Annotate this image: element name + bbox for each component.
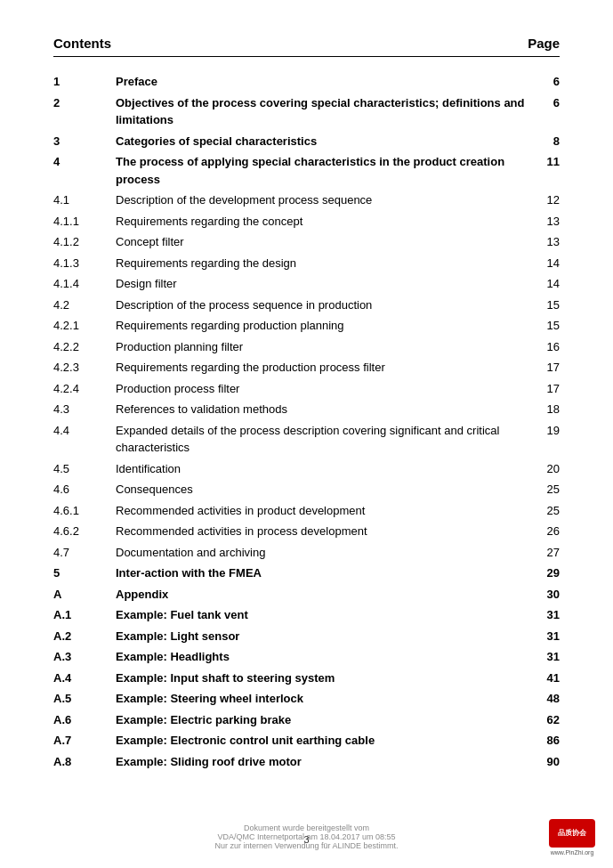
toc-num: 1 — [53, 71, 116, 93]
toc-title: Example: Sliding roof drive motor — [116, 751, 533, 773]
toc-row: 4.1.2Concept filter13 — [53, 231, 560, 253]
toc-page: 48 — [533, 688, 560, 710]
toc-page: 15 — [533, 315, 560, 337]
toc-page: 27 — [533, 542, 560, 564]
toc-row: 4.4Expanded details of the process descr… — [53, 420, 560, 458]
toc-page: 11 — [533, 151, 560, 190]
toc-page: 17 — [533, 378, 560, 400]
toc-title: Example: Electric parking brake — [116, 710, 533, 731]
toc-num: 4.3 — [53, 399, 116, 420]
toc-title: Example: Electronic control unit earthin… — [116, 730, 533, 751]
toc-num: A.3 — [53, 646, 116, 668]
toc-title: Example: Headlights — [116, 646, 533, 668]
toc-num: 4.6.1 — [53, 500, 116, 522]
logo-url: www.PinZhi.org — [551, 849, 594, 856]
contents-label: Contents — [53, 36, 111, 51]
toc-page: 41 — [533, 668, 560, 689]
toc-page: 62 — [533, 710, 560, 731]
toc-page: 29 — [533, 563, 560, 584]
toc-page: 8 — [533, 131, 560, 152]
toc-num: 4.2 — [53, 295, 116, 316]
footer-logo: 品质协会 www.PinZhi.org — [549, 819, 595, 856]
toc-row: 5Inter-action with the FMEA29 — [53, 563, 560, 584]
page: Contents Page 1Preface62Objectives of th… — [0, 0, 613, 868]
toc-num: 4.2.1 — [53, 315, 116, 337]
toc-page: 25 — [533, 500, 560, 522]
toc-title: Recommended activities in process develo… — [116, 521, 533, 542]
toc-title: Description of the development process s… — [116, 190, 533, 211]
toc-row: 4.5Identification20 — [53, 458, 560, 480]
toc-num: A.1 — [53, 604, 116, 626]
toc-page: 15 — [533, 295, 560, 316]
toc-num: 2 — [53, 93, 116, 131]
toc-row: 4.1.1Requirements regarding the concept1… — [53, 211, 560, 232]
logo-box: 品质协会 — [549, 819, 595, 848]
toc-row: A.6Example: Electric parking brake62 — [53, 710, 560, 731]
toc-row: 4.1.4Design filter14 — [53, 273, 560, 295]
toc-title: Example: Steering wheel interlock — [116, 688, 533, 710]
toc-num: A.6 — [53, 710, 116, 731]
toc-row: 4.7Documentation and archiving27 — [53, 542, 560, 564]
toc-page: 12 — [533, 190, 560, 211]
toc-page: 25 — [533, 479, 560, 500]
toc-page: 31 — [533, 604, 560, 626]
toc-title: Documentation and archiving — [116, 542, 533, 564]
toc-title: Requirements regarding the production pr… — [116, 357, 533, 378]
toc-num: A — [53, 584, 116, 605]
logo-text-line1: 品质协会 — [558, 829, 586, 838]
toc-num: 4.1.1 — [53, 211, 116, 232]
toc-row: 2Objectives of the process covering spec… — [53, 93, 560, 131]
toc-row: 1Preface6 — [53, 71, 560, 93]
toc-page: 31 — [533, 626, 560, 647]
toc-page: 31 — [533, 646, 560, 668]
toc-row: 4.2Description of the process sequence i… — [53, 295, 560, 316]
toc-title: Appendix — [116, 584, 533, 605]
toc-title: Recommended activities in product develo… — [116, 500, 533, 522]
toc-row: 4.1.3Requirements regarding the design14 — [53, 253, 560, 274]
toc-title: References to validation methods — [116, 399, 533, 420]
toc-row: A.8Example: Sliding roof drive motor90 — [53, 751, 560, 773]
toc-num: 4.6 — [53, 479, 116, 500]
toc-row: 4The process of applying special charact… — [53, 151, 560, 190]
toc-row: 4.2.2Production planning filter16 — [53, 337, 560, 358]
toc-num: A.5 — [53, 688, 116, 710]
toc-page: 13 — [533, 231, 560, 253]
toc-title: Production process filter — [116, 378, 533, 400]
toc-title: Requirements regarding the design — [116, 253, 533, 274]
toc-row: A.2Example: Light sensor31 — [53, 626, 560, 647]
toc-num: A.4 — [53, 668, 116, 689]
toc-row: 4.2.3Requirements regarding the producti… — [53, 357, 560, 378]
toc-title: Preface — [116, 71, 533, 93]
toc-page: 6 — [533, 93, 560, 131]
toc-num: A.7 — [53, 730, 116, 751]
toc-num: 4.1.3 — [53, 253, 116, 274]
toc-row: 4.6.1Recommended activities in product d… — [53, 500, 560, 522]
toc-row: 4.6Consequences25 — [53, 479, 560, 500]
toc-num: 4.2.4 — [53, 378, 116, 400]
toc-num: 3 — [53, 131, 116, 152]
toc-num: 5 — [53, 563, 116, 584]
toc-page: 30 — [533, 584, 560, 605]
toc-row: 3Categories of special characteristics8 — [53, 131, 560, 152]
toc-row: 4.2.1Requirements regarding production p… — [53, 315, 560, 337]
toc-page: 90 — [533, 751, 560, 773]
toc-page: 14 — [533, 273, 560, 295]
toc-row: AAppendix30 — [53, 584, 560, 605]
toc-title: Requirements regarding production planni… — [116, 315, 533, 337]
toc-title: Objectives of the process covering speci… — [116, 93, 533, 131]
toc-row: 4.6.2Recommended activities in process d… — [53, 521, 560, 542]
toc-title: Inter-action with the FMEA — [116, 563, 533, 584]
toc-num: 4 — [53, 151, 116, 190]
toc-title: Expanded details of the process descript… — [116, 420, 533, 458]
footer-page-number: 3 — [303, 834, 309, 845]
toc-page: 86 — [533, 730, 560, 751]
toc-title: Concept filter — [116, 231, 533, 253]
toc-row: A.1Example: Fuel tank vent31 — [53, 604, 560, 626]
toc-title: Example: Light sensor — [116, 626, 533, 647]
toc-title: Production planning filter — [116, 337, 533, 358]
toc-page: 14 — [533, 253, 560, 274]
toc-title: Categories of special characteristics — [116, 131, 533, 152]
toc-page: 6 — [533, 71, 560, 93]
toc-header: Contents Page — [53, 36, 560, 57]
toc-row: 4.3References to validation methods18 — [53, 399, 560, 420]
